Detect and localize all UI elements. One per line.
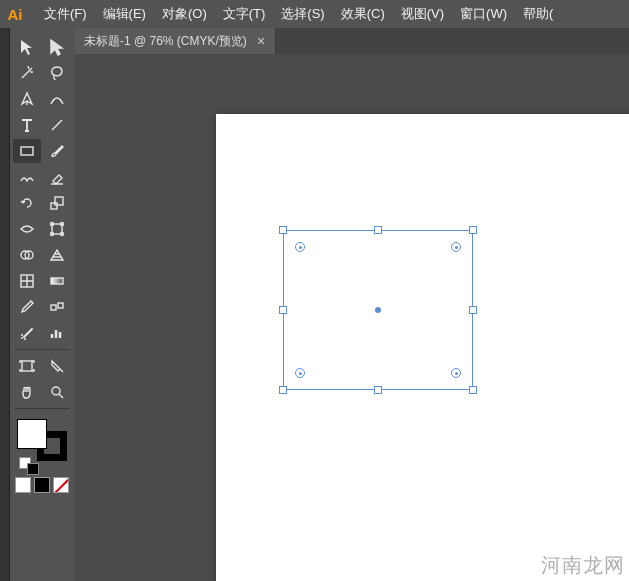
app-icon: Ai [4,3,26,25]
none-mode[interactable] [53,477,69,493]
rectangle-tool[interactable] [13,139,41,163]
fill-stroke-swatch[interactable] [17,419,67,461]
type-tool[interactable] [13,113,41,137]
corner-widget-sw[interactable] [295,368,305,378]
eyedropper-tool[interactable] [13,295,41,319]
corner-widget-se[interactable] [451,368,461,378]
toolbox [10,28,74,581]
pen-tool[interactable] [13,87,41,111]
scale-tool[interactable] [43,191,71,215]
selected-rectangle[interactable] [279,226,477,394]
menu-file[interactable]: 文件(F) [36,0,95,28]
menu-object[interactable]: 对象(O) [154,0,215,28]
selection-tool[interactable] [13,35,41,59]
magic-wand-tool[interactable] [13,61,41,85]
gradient-tool[interactable] [43,269,71,293]
shape-builder-tool[interactable] [13,243,41,267]
menu-bar: Ai 文件(F) 编辑(E) 对象(O) 文字(T) 选择(S) 效果(C) 视… [0,0,629,28]
handle-sw[interactable] [279,386,287,394]
hand-tool[interactable] [13,380,41,404]
line-segment-tool[interactable] [43,113,71,137]
svg-point-15 [52,387,60,395]
direct-selection-tool[interactable] [43,35,71,59]
paintbrush-tool[interactable] [43,139,71,163]
svg-rect-0 [21,147,33,155]
draw-mode-row [15,477,69,493]
perspective-grid-tool[interactable] [43,243,71,267]
control-strip [0,28,10,581]
menu-select[interactable]: 选择(S) [273,0,332,28]
menu-window[interactable]: 窗口(W) [452,0,515,28]
menu-help[interactable]: 帮助( [515,0,561,28]
svg-rect-1 [51,203,57,209]
corner-widget-nw[interactable] [295,242,305,252]
rotate-tool[interactable] [13,191,41,215]
center-point[interactable] [375,307,381,313]
eraser-tool[interactable] [43,165,71,189]
svg-rect-14 [22,361,32,371]
shaper-tool[interactable] [13,165,41,189]
swap-fill-stroke-icon[interactable] [27,463,39,475]
svg-rect-12 [51,305,56,310]
lasso-tool[interactable] [43,61,71,85]
artboard-tool[interactable] [13,354,41,378]
handle-e[interactable] [469,306,477,314]
blend-tool[interactable] [43,295,71,319]
svg-rect-2 [55,197,63,205]
document-tabbar: 未标题-1 @ 76% (CMYK/预览) × [74,28,629,54]
menu-type[interactable]: 文字(T) [215,0,274,28]
corner-widget-ne[interactable] [451,242,461,252]
color-mode[interactable] [15,477,31,493]
mesh-tool[interactable] [13,269,41,293]
curvature-tool[interactable] [43,87,71,111]
document-tab[interactable]: 未标题-1 @ 76% (CMYK/预览) × [74,28,276,54]
handle-ne[interactable] [469,226,477,234]
close-icon[interactable]: × [257,33,265,49]
gradient-mode[interactable] [34,477,50,493]
svg-rect-13 [58,303,63,308]
menu-effect[interactable]: 效果(C) [333,0,393,28]
zoom-tool[interactable] [43,380,71,404]
slice-tool[interactable] [43,354,71,378]
width-tool[interactable] [13,217,41,241]
handle-s[interactable] [374,386,382,394]
fill-swatch[interactable] [17,419,47,449]
handle-n[interactable] [374,226,382,234]
handle-nw[interactable] [279,226,287,234]
free-transform-tool[interactable] [43,217,71,241]
workspace[interactable] [74,54,629,581]
symbol-sprayer-tool[interactable] [13,321,41,345]
menu-edit[interactable]: 编辑(E) [95,0,154,28]
handle-w[interactable] [279,306,287,314]
svg-rect-11 [51,278,63,284]
handle-se[interactable] [469,386,477,394]
document-area: 未标题-1 @ 76% (CMYK/预览) × [74,28,629,581]
document-tab-title: 未标题-1 @ 76% (CMYK/预览) [84,33,247,50]
menu-view[interactable]: 视图(V) [393,0,452,28]
column-graph-tool[interactable] [43,321,71,345]
